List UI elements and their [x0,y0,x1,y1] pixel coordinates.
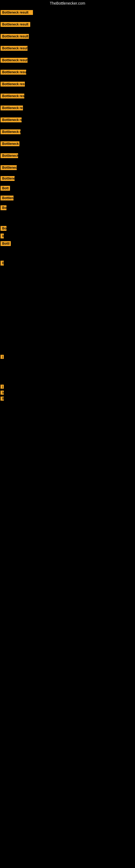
row-24: B [0,259,135,267]
bottom-row-5: b [0,390,135,396]
spacer-1 [0,213,135,225]
row-10: Bottleneck resul [0,114,135,126]
row-1: Bottleneck result [0,6,135,19]
row-4: Bottleneck result [0,42,135,54]
row-21: b [0,232,135,240]
bottom-row-4: | [0,383,135,390]
bottleneck-label-3: Bottleneck result [1,34,29,39]
bottleneck-label-15: Bottlenec [1,176,14,181]
row-8: Bottleneck resul [0,90,135,102]
bottleneck-label-14: Bottleneck re [1,165,17,170]
row-5: Bottleneck result [0,54,135,66]
row-3: Bottleneck result [0,30,135,42]
bottom-row-1: | [0,354,135,360]
row-15: Bottlenec [0,174,135,183]
bottom-spacer-2 [0,372,135,383]
row-20: Bo [0,225,135,232]
row-12: Bottleneck res [0,138,135,150]
bottleneck-label-12: Bottleneck res [1,141,19,146]
bottom-label-4: | [1,384,4,389]
bottleneck-label-10: Bottleneck resul [1,118,21,122]
row-22: Bottl [0,240,135,247]
site-title: TheBottlenecker.com [0,0,135,6]
bottleneck-label-11: Bottleneck resu [1,129,20,134]
bottleneck-label-5: Bottleneck result [1,58,28,63]
row-6: Bottleneck resul [0,66,135,78]
bottleneck-label-13: Bottleneck res [1,153,18,158]
bottleneck-label-20: Bo [1,226,6,231]
bottom-label-5: b [1,391,4,395]
row-14: Bottleneck re [0,162,135,174]
spacer-2 [0,247,135,259]
bottleneck-label-16: Bott [1,186,10,191]
bottleneck-label-21: b [1,234,4,239]
row-2: Bottleneck result [0,19,135,30]
row-16: Bott [0,183,135,193]
row-11: Bottleneck resu [0,126,135,138]
bottleneck-label-9: Bottleneck resul [1,105,23,111]
bottom-label-6: B [1,397,4,401]
row-7: Bottleneck result [0,78,135,90]
bottom-label-1: | [1,355,4,359]
row-13: Bottleneck res [0,150,135,162]
row-18: Bo [0,203,135,213]
bottom-row-6: B [0,396,135,401]
bottleneck-label-22: Bottl [1,241,11,246]
bottleneck-label-17: Bottlene [1,195,13,200]
bottleneck-label-4: Bottleneck result [1,46,28,51]
bottleneck-label-18: Bo [1,205,6,210]
bottleneck-label-24: B [1,261,4,266]
row-9: Bottleneck resul [0,102,135,114]
spacer-large-1 [0,267,135,354]
bottleneck-label-2: Bottleneck result [1,22,30,27]
bottleneck-label-6: Bottleneck resul [1,70,26,74]
bottom-spacer-1 [0,360,135,372]
bottleneck-label-7: Bottleneck result [1,82,25,87]
row-17: Bottlene [0,193,135,203]
bottleneck-label-1: Bottleneck result [1,10,33,15]
bottleneck-label-8: Bottleneck resul [1,94,24,98]
